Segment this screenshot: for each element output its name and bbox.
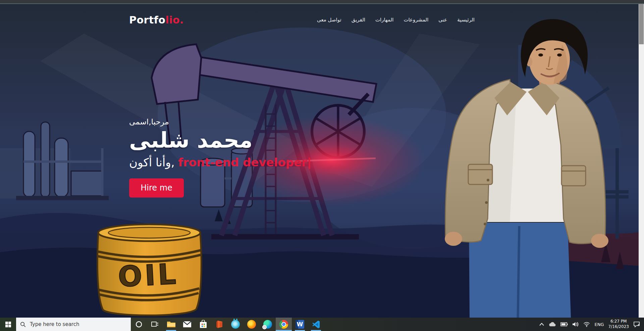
taskbar-app-chrome[interactable] <box>276 318 292 331</box>
language-indicator[interactable]: ENG <box>594 322 604 327</box>
mail-icon <box>183 321 192 328</box>
hero-role-line: وأنا أكون, front-end developer| <box>129 156 337 169</box>
hire-me-button[interactable]: Hire me <box>129 178 184 198</box>
desktop-screen: OIL <box>0 0 644 331</box>
hero-role-typed: front-end developer <box>178 156 307 169</box>
start-button[interactable] <box>0 318 16 331</box>
typing-cursor: | <box>307 156 311 169</box>
edge-icon <box>263 320 272 329</box>
hero-role-prefix: وأنا أكون, <box>129 156 174 169</box>
windows-logo-icon <box>5 322 11 327</box>
oil-barrel-illustration: OIL <box>97 224 201 315</box>
task-view-button[interactable] <box>147 318 163 331</box>
onedrive-cloud-icon[interactable] <box>549 322 556 327</box>
taskbar-app-edge[interactable] <box>260 318 276 331</box>
system-tray: ENG 6:27 PM 7/16/2023 <box>535 318 644 331</box>
taskbar-app-vscode[interactable] <box>308 318 324 331</box>
office-icon <box>215 320 223 329</box>
nav-item-home[interactable]: الرئيسية <box>457 17 475 23</box>
chrome-icon <box>279 320 288 329</box>
task-view-icon <box>151 321 159 328</box>
hero-name: محمد شلبى <box>129 128 337 153</box>
clock-time: 6:27 PM <box>608 319 629 324</box>
taskbar-app-firefox[interactable] <box>244 318 260 331</box>
hero-greeting: مرحبا,اسمى <box>129 117 337 126</box>
microsoft-store-icon <box>199 320 207 329</box>
taskbar-app-file-explorer[interactable] <box>163 318 179 331</box>
taskbar-app-store[interactable] <box>195 318 211 331</box>
tray-chevron-up-icon[interactable] <box>539 323 544 326</box>
nav-item-team[interactable]: الفريق <box>352 17 365 23</box>
logo-accent-part: lio. <box>165 14 184 26</box>
taskbar-app-office[interactable] <box>211 318 227 331</box>
nav-item-projects[interactable]: المشروعات <box>404 17 428 23</box>
taskbar-search[interactable]: Type here to search <box>16 318 131 331</box>
nav-item-about[interactable]: عنى <box>438 17 447 23</box>
nav-item-contact[interactable]: تواصل معى <box>317 17 341 23</box>
taskbar-app-word[interactable]: W <box>292 318 308 331</box>
firefox-icon <box>247 320 256 329</box>
cortana-button[interactable] <box>131 318 147 331</box>
word-icon: W <box>296 320 304 329</box>
wifi-icon[interactable] <box>583 322 590 327</box>
page-scrollbar-track[interactable] <box>639 4 644 318</box>
snail-app-icon <box>231 320 240 329</box>
edge-profile-badge <box>262 325 267 329</box>
search-placeholder-text: Type here to search <box>30 321 79 327</box>
hero-section: مرحبا,اسمى محمد شلبى وأنا أكون, front-en… <box>129 117 337 198</box>
cortana-icon <box>135 321 143 328</box>
windows-taskbar: Type here to search <box>0 318 644 331</box>
main-nav: الرئيسية عنى المشروعات المهارات الفريق ت… <box>317 17 475 23</box>
nav-item-skills[interactable]: المهارات <box>375 17 393 23</box>
action-center-icon[interactable] <box>633 321 640 327</box>
window-top-strip <box>0 0 644 3</box>
battery-icon[interactable] <box>560 322 568 326</box>
search-icon <box>20 322 26 327</box>
page-scrollbar-thumb[interactable] <box>639 4 644 44</box>
barrel-oil-text: OIL <box>117 257 179 293</box>
file-explorer-icon <box>167 320 176 328</box>
logo-white-part: Portfo <box>129 14 165 26</box>
site-logo[interactable]: Portfolio. <box>129 14 184 26</box>
taskbar-clock[interactable]: 6:27 PM 7/16/2023 <box>608 319 629 329</box>
refinery-illustration <box>0 122 109 200</box>
clock-date: 7/16/2023 <box>608 324 629 330</box>
vscode-icon <box>312 320 320 329</box>
taskbar-app-mail[interactable] <box>179 318 195 331</box>
volume-icon[interactable] <box>572 322 579 327</box>
portfolio-page: OIL <box>0 4 644 318</box>
site-header: Portfolio. الرئيسية عنى المشروعات المهار… <box>129 12 475 27</box>
taskbar-app-snail[interactable] <box>227 318 244 331</box>
